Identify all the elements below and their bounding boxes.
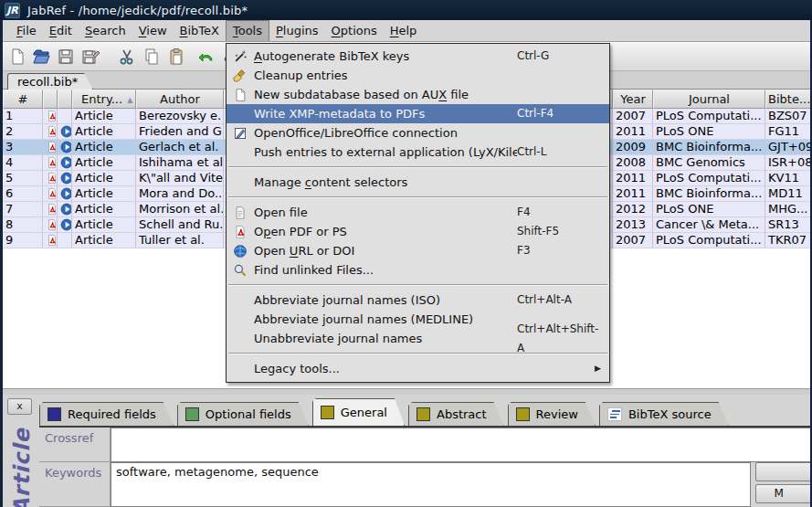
play-icon[interactable] [60,218,72,231]
cut-button[interactable] [116,47,138,69]
save-button[interactable] [55,47,77,69]
keywords-field[interactable]: software, metagenome, sequence [111,462,751,507]
open-folder-button[interactable] [30,47,52,69]
menu-item-cleanup-entries[interactable]: Cleanup entries [227,66,609,85]
cell-play[interactable] [58,109,72,124]
pdf-icon[interactable] [46,234,58,247]
menu-item-push-entries-to-external-application-lyx-kile[interactable]: Push entries to external application (Ly… [227,143,609,162]
cell-num[interactable]: 6 [3,186,43,202]
crossref-field[interactable] [111,428,812,462]
cell-play[interactable] [58,171,72,186]
cell-entrytype[interactable]: Article [72,202,136,217]
cell-num[interactable]: 3 [3,140,43,155]
cell-year[interactable]: 2007 [613,109,653,124]
paste-button[interactable] [165,47,187,69]
database-tab[interactable]: recoll.bib* [7,73,93,90]
column-header-year[interactable]: Year [613,90,653,109]
cell-num[interactable]: 7 [3,202,43,217]
copy-button[interactable] [141,47,163,69]
cell-author[interactable]: Berezovsky e. [136,109,224,124]
menu-item-open-file[interactable]: Open fileF4 [227,203,609,222]
cell-play[interactable] [58,140,72,155]
cell-play[interactable] [58,186,72,202]
menubar-item-tools[interactable]: Tools [226,20,269,41]
panel-splitter[interactable] [3,388,810,395]
cell-num[interactable]: 5 [3,171,43,186]
pdf-icon[interactable] [46,110,58,122]
cell-entrytype[interactable]: Article [72,233,136,248]
cell-num[interactable]: 1 [3,109,43,124]
cell-journal[interactable]: PLoS Computati... [653,171,765,186]
cell-author[interactable]: K\"all and Vitek [136,171,224,186]
cell-year[interactable]: 2012 [613,202,653,217]
pdf-icon[interactable] [46,187,58,200]
editor-tab-bibtex-source[interactable]: BibTeX source [599,402,729,426]
cell-play[interactable] [58,233,72,248]
cell-play[interactable] [58,217,72,233]
cell-year[interactable]: 2011 [613,124,653,140]
save-as-button[interactable] [79,47,101,69]
cell-bibtexkey[interactable]: TKR07 [765,233,811,248]
editor-tab-general[interactable]: General [312,398,405,426]
cell-bibtexkey[interactable]: MD11 [765,186,811,202]
cell-year[interactable]: 2013 [613,217,653,233]
column-header-num[interactable]: # [3,90,43,109]
cell-year[interactable]: 2011 [613,171,653,186]
cell-author[interactable]: Frieden and G [136,124,224,140]
close-editor-button[interactable]: x [7,398,32,415]
menu-item-open-pdf-or-ps[interactable]: Open PDF or PSShift-F5 [227,222,609,241]
editor-tab-abstract[interactable]: Abstract [408,402,504,426]
cell-pdf[interactable] [43,109,58,124]
play-icon[interactable] [60,125,72,138]
menu-item-unabbreviate-journal-names[interactable]: Unabbreviate journal namesCtrl+Alt+Shift… [227,329,609,348]
play-icon[interactable] [60,172,72,185]
editor-tab-review[interactable]: Review [508,402,596,426]
cell-journal[interactable]: PLoS Computati... [653,233,765,248]
menubar-item-plugins[interactable]: Plugins [269,20,325,41]
play-icon[interactable] [60,187,72,200]
cell-entrytype[interactable]: Article [72,171,136,186]
cell-bibtexkey[interactable]: MHG... [765,202,811,217]
cell-journal[interactable]: BMC Bioinforma... [653,140,765,155]
cell-journal[interactable]: PLoS Computati... [653,109,765,124]
cell-pdf[interactable] [43,140,58,155]
pdf-icon[interactable] [46,141,58,153]
menubar-item-options[interactable]: Options [325,20,384,41]
menubar-item-bibtex[interactable]: BibTeX [174,20,226,41]
keywords-aux-button-1[interactable] [755,462,812,481]
cell-play[interactable] [58,124,72,140]
cell-author[interactable]: Gerlach et al. [136,140,224,155]
column-header-entrytype[interactable]: Entry...▲ [72,90,136,109]
cell-year[interactable]: 2009 [613,140,653,155]
cell-author[interactable]: Tuller et al. [136,233,224,248]
cell-author[interactable]: Schell and Ru. [136,217,224,233]
cell-num[interactable]: 2 [3,124,43,140]
menu-item-abbreviate-journal-names-iso[interactable]: Abbreviate journal names (ISO)Ctrl+Alt-A [227,290,609,310]
keywords-aux-button-2[interactable]: M [755,484,812,503]
undo-button[interactable] [195,47,217,69]
cell-journal[interactable]: BMC Bioinforma... [653,186,765,202]
column-header-author[interactable]: Author [136,90,224,109]
cell-pdf[interactable] [43,171,58,186]
cell-pdf[interactable] [43,217,58,233]
cell-play[interactable] [58,202,72,217]
play-icon[interactable] [60,156,72,169]
menubar-item-file[interactable]: File [10,20,43,41]
editor-tab-optional-fields[interactable]: Optional fields [177,402,309,426]
column-header-journal[interactable]: Journal [653,90,765,109]
cell-entrytype[interactable]: Article [72,109,136,124]
cell-entrytype[interactable]: Article [72,140,136,155]
cell-author[interactable]: Morrison et al. [136,202,224,217]
cell-pdf[interactable] [43,155,58,171]
menu-item-find-unlinked-files[interactable]: Find unlinked Files... [227,260,609,280]
cell-pdf[interactable] [43,186,58,202]
cell-entrytype[interactable]: Article [72,124,136,140]
title-bar[interactable]: JR JabRef - /home/jedick/pdf/recoll.bib* [0,0,812,20]
cell-year[interactable]: 2007 [613,233,653,248]
pdf-icon[interactable] [46,218,58,231]
cell-journal[interactable]: PLoS ONE [653,124,765,140]
menu-item-new-subdatabase-based-on-aux-file[interactable]: New subdatabase based on AUX file [227,85,609,104]
cell-year[interactable]: 2008 [613,155,653,171]
new-file-button[interactable] [6,47,28,69]
cell-entrytype[interactable]: Article [72,155,136,171]
